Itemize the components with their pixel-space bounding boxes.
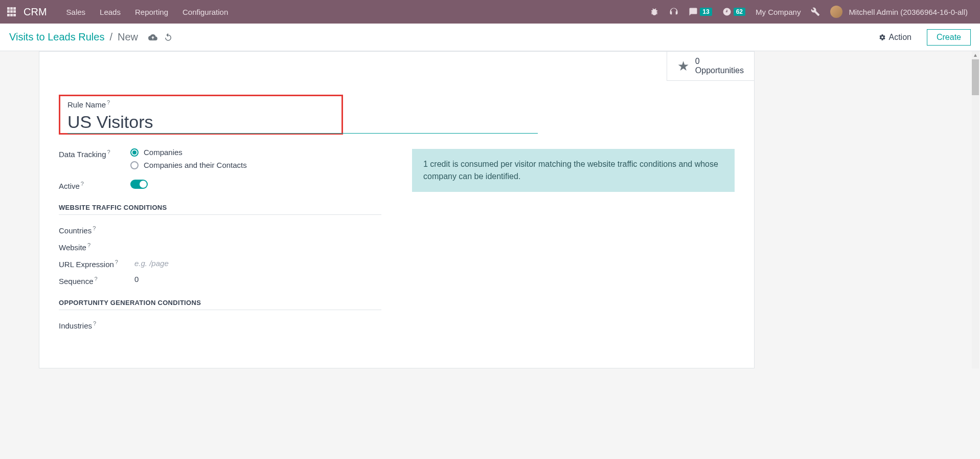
- active-toggle[interactable]: [130, 180, 148, 189]
- support-icon[interactable]: [664, 7, 683, 16]
- main-content: ★ 0 Opportunities Rule Name? Data Tracki…: [0, 51, 980, 368]
- apps-icon[interactable]: [7, 7, 16, 16]
- scroll-up-icon[interactable]: ▲: [972, 51, 979, 58]
- menu-leads[interactable]: Leads: [93, 8, 128, 16]
- company-switcher[interactable]: My Company: [750, 8, 806, 16]
- rule-name-block: Rule Name?: [59, 95, 343, 135]
- sequence-value[interactable]: 0: [130, 275, 139, 283]
- url-expression-input[interactable]: [130, 258, 381, 269]
- stat-label: Opportunities: [695, 66, 744, 75]
- help-icon[interactable]: ?: [107, 99, 110, 105]
- avatar: [830, 6, 842, 18]
- scrollbar-thumb[interactable]: [972, 59, 979, 95]
- stat-count: 0: [695, 57, 744, 66]
- activities-badge: 62: [734, 8, 745, 16]
- app-brand[interactable]: CRM: [24, 6, 47, 18]
- messages-badge: 13: [700, 8, 712, 16]
- help-icon[interactable]: ?: [115, 259, 118, 265]
- data-tracking-label: Data Tracking?: [59, 148, 130, 159]
- gear-icon: [879, 34, 886, 41]
- top-navbar: CRM Sales Leads Reporting Configuration …: [0, 0, 980, 24]
- radio-companies-contacts[interactable]: Companies and their Contacts: [130, 161, 381, 169]
- rule-name-input[interactable]: [67, 111, 538, 134]
- help-icon[interactable]: ?: [107, 149, 110, 155]
- info-box: 1 credit is consumed per visitor matchin…: [412, 149, 735, 192]
- radio-icon: [130, 148, 139, 157]
- menu-sales[interactable]: Sales: [59, 8, 93, 16]
- star-icon: ★: [677, 58, 689, 74]
- rule-name-label: Rule Name?: [67, 99, 334, 109]
- form-sheet: ★ 0 Opportunities Rule Name? Data Tracki…: [39, 51, 755, 368]
- breadcrumb-sep: /: [109, 31, 112, 43]
- control-bar: Visits to Leads Rules / New Action Creat…: [0, 24, 980, 51]
- tools-icon[interactable]: [806, 7, 825, 16]
- help-icon[interactable]: ?: [87, 242, 90, 248]
- help-icon[interactable]: ?: [95, 276, 98, 282]
- action-label: Action: [889, 33, 911, 42]
- menu-configuration[interactable]: Configuration: [175, 8, 235, 16]
- radio-companies[interactable]: Companies: [130, 148, 381, 157]
- help-icon[interactable]: ?: [81, 181, 84, 187]
- create-button[interactable]: Create: [927, 29, 971, 46]
- discard-icon[interactable]: [164, 33, 173, 42]
- sequence-label: Sequence?: [59, 275, 130, 286]
- section-opportunity-header: OPPORTUNITY GENERATION CONDITIONS: [59, 299, 381, 310]
- breadcrumb: Visits to Leads Rules / New: [9, 31, 173, 43]
- help-icon[interactable]: ?: [93, 320, 96, 326]
- help-icon[interactable]: ?: [93, 225, 96, 231]
- scrollbar-track[interactable]: [972, 51, 979, 368]
- user-name: Mitchell Admin (20366964-16-0-all): [849, 8, 968, 16]
- active-label: Active?: [59, 180, 130, 190]
- activities-icon[interactable]: 62: [717, 7, 750, 16]
- url-expression-label: URL Expression?: [59, 258, 130, 269]
- industries-label: Industries?: [59, 319, 130, 330]
- section-traffic-header: WEBSITE TRAFFIC CONDITIONS: [59, 204, 381, 215]
- stat-opportunities[interactable]: ★ 0 Opportunities: [667, 52, 754, 81]
- breadcrumb-current: New: [118, 31, 138, 43]
- menu-reporting[interactable]: Reporting: [128, 8, 175, 16]
- countries-label: Countries?: [59, 224, 130, 235]
- user-menu[interactable]: Mitchell Admin (20366964-16-0-all): [825, 6, 973, 18]
- radio-icon: [130, 161, 139, 169]
- messages-icon[interactable]: 13: [683, 7, 717, 16]
- website-label: Website?: [59, 241, 130, 252]
- breadcrumb-root[interactable]: Visits to Leads Rules: [9, 31, 104, 43]
- action-button[interactable]: Action: [873, 30, 918, 45]
- unsaved-icon[interactable]: [148, 33, 157, 42]
- debug-icon[interactable]: [645, 7, 664, 16]
